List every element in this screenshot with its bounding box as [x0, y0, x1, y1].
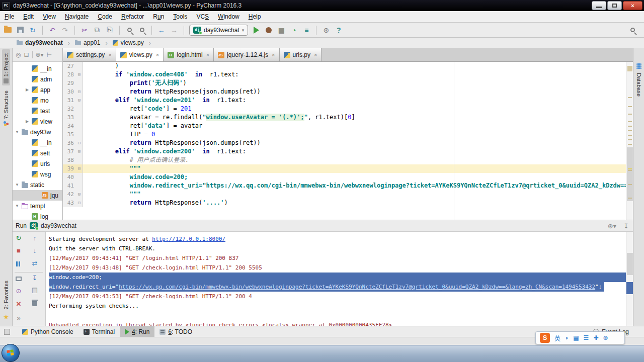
rerun-icon[interactable]: ↻: [14, 234, 24, 242]
paste-icon[interactable]: ⎘: [105, 26, 114, 35]
tree-item-day93w[interactable]: ▼day93w: [13, 127, 62, 137]
sogou-input-bar[interactable]: S 英 ◗ ▦ ☰ ✚ ⊛: [535, 331, 625, 344]
locate-icon[interactable]: ◎: [16, 51, 21, 58]
code-line[interactable]: 30⊟ return HttpResponse(json.dumps(ret)): [63, 87, 626, 96]
cut-icon[interactable]: ✂: [80, 26, 89, 35]
menu-help[interactable]: Help: [244, 11, 266, 22]
code-line[interactable]: 40 window.code=200;: [63, 173, 626, 182]
fold-marker-icon[interactable]: ⊟: [76, 190, 83, 199]
tree-expand-icon[interactable]: ▼: [15, 130, 20, 134]
run-icon[interactable]: [252, 26, 261, 35]
up-stack-icon[interactable]: ↑: [30, 234, 40, 242]
open-icon[interactable]: [3, 26, 12, 35]
skin-icon[interactable]: ✚: [593, 334, 598, 341]
menu-icon[interactable]: ☰: [584, 334, 589, 341]
replace-icon[interactable]: [137, 26, 146, 35]
console-line[interactable]: [49, 311, 626, 320]
console-scrollbar[interactable]: [626, 232, 633, 326]
tab-close-icon[interactable]: ×: [314, 52, 317, 58]
save-icon[interactable]: [16, 26, 25, 35]
toolwindow-button-terminal[interactable]: Terminal: [78, 326, 120, 337]
code-line[interactable]: 27 ): [63, 62, 626, 70]
tab-login-html[interactable]: login.html×: [164, 48, 214, 61]
stop-icon[interactable]: ■: [14, 247, 24, 254]
tree-item-wsg[interactable]: wsg: [13, 169, 62, 179]
input-lang-toggle[interactable]: 英: [554, 334, 560, 342]
toolwindow-button-4--run[interactable]: 4: Run: [120, 326, 154, 337]
database-stripe-label[interactable]: Database: [636, 73, 642, 97]
editor-scroll-thumb[interactable]: [627, 147, 633, 201]
code-line[interactable]: 41 window.redirect_uri="https://wx.qq.co…: [63, 182, 626, 190]
pause-output-icon[interactable]: [16, 261, 26, 266]
console-line[interactable]: Unhandled exception in thread started by…: [49, 320, 626, 326]
console-link[interactable]: http://127.0.0.1:8000/: [152, 236, 225, 242]
console-line[interactable]: Starting development server at http://12…: [49, 234, 626, 244]
coverage-icon[interactable]: ▦: [277, 26, 286, 35]
code-line[interactable]: 37⊟ elif 'window.code=200' in r1.text:: [63, 147, 626, 156]
fold-marker-icon[interactable]: ⊟: [76, 199, 83, 207]
wrench-icon[interactable]: ⊛: [603, 334, 608, 341]
down-stack-icon[interactable]: ↓: [30, 247, 40, 254]
menu-navigate[interactable]: Navigate: [60, 11, 93, 22]
start-button[interactable]: [2, 344, 20, 362]
copy-icon[interactable]: ⧉: [93, 26, 102, 35]
breadcrumb-item[interactable]: day93wechat: [15, 39, 64, 46]
console-line[interactable]: window.redirect_uri="https://wx.qq.com/c…: [49, 282, 604, 292]
close-console-icon[interactable]: ✕: [14, 300, 24, 308]
fold-marker-icon[interactable]: ⊟: [76, 147, 83, 156]
menu-vcs[interactable]: VCS: [192, 11, 213, 22]
code-line[interactable]: 29 print('无人扫码'): [63, 79, 626, 87]
console-line[interactable]: [12/May/2017 09:43:41] "GET /login.html …: [49, 253, 626, 263]
collapse-all-icon[interactable]: ⊟: [24, 51, 29, 58]
scroll-to-end-icon[interactable]: ↧: [30, 274, 40, 282]
console-line[interactable]: Performing system checks...: [49, 301, 626, 311]
tree-item-__in[interactable]: __in: [13, 63, 62, 74]
tab-urls-py[interactable]: urls.py×: [280, 48, 322, 61]
tab-settings-py[interactable]: settings.py×: [63, 48, 116, 61]
tree-item-templ[interactable]: ▼templ: [13, 201, 62, 211]
tab-jquery-1-12-4-js[interactable]: jquery-1.12.4.js×: [214, 48, 279, 61]
console-line[interactable]: Quit the server with CTRL-BREAK.: [49, 244, 626, 253]
tree-expand-icon[interactable]: ▼: [15, 204, 20, 208]
toolwindow-switcher-icon[interactable]: [4, 329, 10, 335]
code-line[interactable]: 35 TIP = 0: [63, 130, 626, 139]
code-line[interactable]: 31⊟ elif 'window.code=201' in r1.text:: [63, 96, 626, 105]
fold-marker-icon[interactable]: ⊟: [76, 96, 83, 105]
fold-marker-icon[interactable]: ⊟: [76, 139, 83, 147]
console-line[interactable]: window.code=200;: [49, 273, 626, 282]
fold-marker-icon[interactable]: ⊟: [76, 164, 83, 173]
menu-tools[interactable]: Tools: [169, 11, 192, 22]
close-button[interactable]: ×: [623, 1, 642, 10]
restart-icon[interactable]: ⇄: [30, 259, 40, 267]
back-icon[interactable]: ←: [157, 26, 166, 35]
search-everywhere-icon[interactable]: [628, 26, 637, 35]
fold-marker-icon[interactable]: ⊟: [76, 87, 83, 96]
code-line[interactable]: 38 # 用户点击确认登录.: [63, 156, 626, 164]
code-line[interactable]: 39⊟ """: [63, 164, 626, 173]
maximize-button[interactable]: [607, 1, 622, 10]
console-link[interactable]: https://wx.qq.com/cgi-bin/mmwebwx-bin/we…: [119, 284, 595, 290]
code-line[interactable]: 33 avatar = re.findall("window.userAvata…: [63, 113, 626, 122]
more-icons-chevron[interactable]: »: [14, 314, 24, 322]
toolwindow-button-6--todo[interactable]: 6: TODO: [154, 326, 197, 337]
minimize-button[interactable]: [592, 1, 606, 10]
toolwindow-project[interactable]: 1: Project: [2, 49, 10, 85]
tree-item-adm[interactable]: adm: [13, 74, 62, 84]
menu-code[interactable]: Code: [93, 11, 117, 22]
tree-item-log[interactable]: log: [13, 211, 62, 220]
menu-refactor[interactable]: Refactor: [117, 11, 148, 22]
menu-edit[interactable]: Edit: [19, 11, 38, 22]
code-line[interactable]: 34 ret['data'] = avatar: [63, 122, 626, 130]
console-line[interactable]: [12/May/2017 09:43:48] "GET /check-login…: [49, 263, 626, 273]
debug-icon[interactable]: [264, 26, 273, 35]
find-icon[interactable]: [125, 26, 134, 35]
menu-file[interactable]: File: [0, 11, 19, 22]
tree-expand-icon[interactable]: ▶: [25, 119, 30, 124]
run-config-selector[interactable]: dj day93wechat ▾: [189, 25, 248, 36]
tree-item-__in[interactable]: __in: [13, 137, 62, 148]
undo-icon[interactable]: ↶: [48, 26, 57, 35]
clear-console-icon[interactable]: [30, 300, 40, 308]
show-console-icon[interactable]: [14, 275, 24, 283]
tree-item-app[interactable]: ▶app: [13, 84, 62, 95]
console-settings-gear-icon[interactable]: ⊛▾: [608, 222, 616, 230]
